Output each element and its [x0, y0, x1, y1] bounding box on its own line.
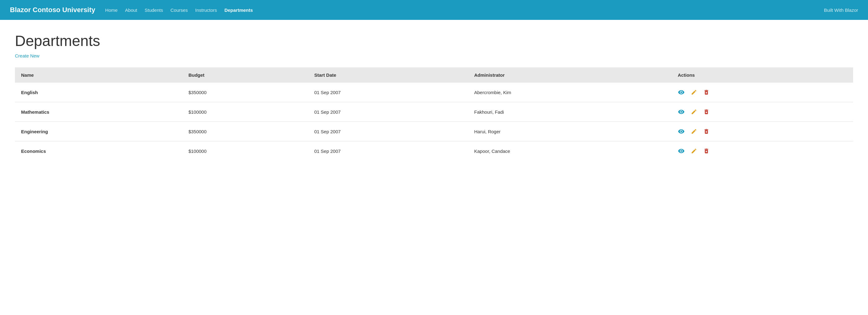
- table-header-row: NameBudgetStart DateAdministratorActions: [15, 67, 853, 83]
- pencil-icon: [691, 89, 697, 95]
- trash-icon: [703, 89, 710, 95]
- pencil-icon: [691, 128, 697, 135]
- cell-name: Economics: [15, 141, 182, 161]
- cell-budget: $100000: [182, 102, 308, 122]
- cell-actions: [672, 122, 853, 141]
- cell-start-date: 01 Sep 2007: [308, 102, 468, 122]
- departments-table-wrapper: NameBudgetStart DateAdministratorActions…: [15, 67, 853, 161]
- create-new-link[interactable]: Create New: [15, 53, 39, 58]
- edit-button[interactable]: [691, 89, 697, 95]
- departments-table: NameBudgetStart DateAdministratorActions…: [15, 67, 853, 161]
- edit-button[interactable]: [691, 128, 697, 135]
- nav-link-instructors[interactable]: Instructors: [195, 7, 217, 13]
- delete-button[interactable]: [703, 89, 710, 95]
- table-row: Economics$10000001 Sep 2007Kapoor, Canda…: [15, 141, 853, 161]
- cell-start-date: 01 Sep 2007: [308, 141, 468, 161]
- cell-start-date: 01 Sep 2007: [308, 122, 468, 141]
- col-actions: Actions: [672, 67, 853, 83]
- cell-name: English: [15, 83, 182, 102]
- nav-link-departments[interactable]: Departments: [224, 7, 253, 13]
- navbar: Blazor Contoso University HomeAboutStude…: [0, 0, 868, 20]
- eye-icon: [678, 128, 685, 135]
- cell-name: Mathematics: [15, 102, 182, 122]
- pencil-icon: [691, 148, 697, 154]
- nav-brand[interactable]: Blazor Contoso University: [10, 6, 95, 14]
- delete-button[interactable]: [703, 148, 710, 154]
- nav-right-text: Built With Blazor: [824, 7, 858, 13]
- edit-button[interactable]: [691, 109, 697, 115]
- table-row: Engineering$35000001 Sep 2007Harui, Roge…: [15, 122, 853, 141]
- nav-links: HomeAboutStudentsCoursesInstructorsDepar…: [105, 7, 253, 13]
- cell-budget: $350000: [182, 83, 308, 102]
- eye-icon: [678, 89, 685, 96]
- table-body: English$35000001 Sep 2007Abercrombie, Ki…: [15, 83, 853, 161]
- cell-administrator: Fakhouri, Fadi: [468, 102, 672, 122]
- nav-link-home[interactable]: Home: [105, 7, 118, 13]
- nav-left: Blazor Contoso University HomeAboutStude…: [10, 6, 253, 14]
- table-row: English$35000001 Sep 2007Abercrombie, Ki…: [15, 83, 853, 102]
- cell-budget: $100000: [182, 141, 308, 161]
- view-button[interactable]: [678, 128, 685, 135]
- table-row: Mathematics$10000001 Sep 2007Fakhouri, F…: [15, 102, 853, 122]
- pencil-icon: [691, 109, 697, 115]
- view-button[interactable]: [678, 89, 685, 96]
- view-button[interactable]: [678, 108, 685, 115]
- cell-actions: [672, 102, 853, 122]
- col-budget: Budget: [182, 67, 308, 83]
- nav-link-about[interactable]: About: [125, 7, 137, 13]
- cell-actions: [672, 141, 853, 161]
- delete-button[interactable]: [703, 109, 710, 115]
- cell-start-date: 01 Sep 2007: [308, 83, 468, 102]
- eye-icon: [678, 148, 685, 154]
- col-name: Name: [15, 67, 182, 83]
- eye-icon: [678, 108, 685, 115]
- col-administrator: Administrator: [468, 67, 672, 83]
- trash-icon: [703, 148, 710, 154]
- page-title: Departments: [15, 32, 853, 49]
- delete-button[interactable]: [703, 128, 710, 135]
- trash-icon: [703, 109, 710, 115]
- nav-link-courses[interactable]: Courses: [170, 7, 188, 13]
- table-header: NameBudgetStart DateAdministratorActions: [15, 67, 853, 83]
- nav-link-students[interactable]: Students: [145, 7, 163, 13]
- cell-administrator: Harui, Roger: [468, 122, 672, 141]
- cell-administrator: Kapoor, Candace: [468, 141, 672, 161]
- cell-administrator: Abercrombie, Kim: [468, 83, 672, 102]
- main-content: Departments Create New NameBudgetStart D…: [0, 20, 868, 173]
- view-button[interactable]: [678, 148, 685, 154]
- cell-budget: $350000: [182, 122, 308, 141]
- trash-icon: [703, 128, 710, 135]
- edit-button[interactable]: [691, 148, 697, 154]
- cell-name: Engineering: [15, 122, 182, 141]
- cell-actions: [672, 83, 853, 102]
- col-start-date: Start Date: [308, 67, 468, 83]
